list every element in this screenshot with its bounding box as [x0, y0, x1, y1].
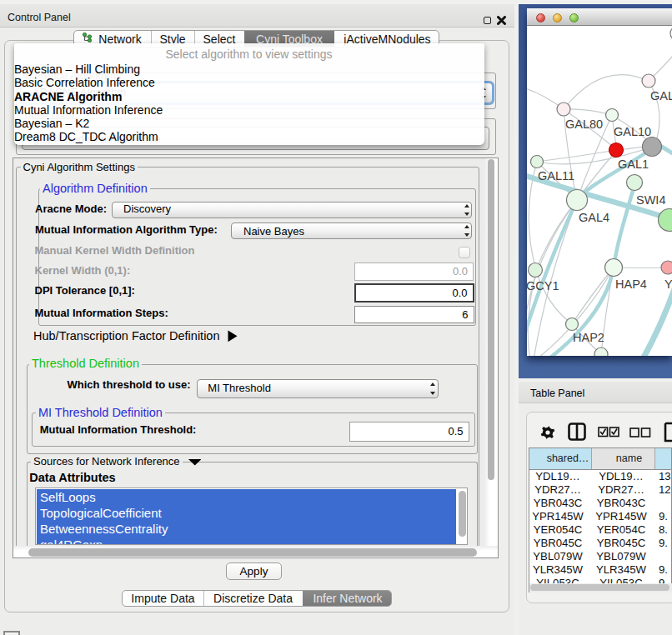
svg-text:GAL7: GAL7 — [650, 89, 672, 102]
svg-text:GAL80: GAL80 — [565, 118, 603, 131]
svg-text:HAP4: HAP4 — [615, 278, 647, 291]
svg-text:GAL10: GAL10 — [614, 125, 651, 138]
svg-text:GAL11: GAL11 — [538, 169, 574, 182]
svg-text:GCY1: GCY1 — [527, 279, 559, 292]
svg-text:Y: Y — [664, 278, 672, 291]
svg-text:SWI4: SWI4 — [636, 193, 665, 207]
svg-text:HAP2: HAP2 — [573, 331, 604, 344]
svg-text:GAL1: GAL1 — [618, 158, 649, 171]
svg-text:GAL4: GAL4 — [579, 211, 609, 224]
